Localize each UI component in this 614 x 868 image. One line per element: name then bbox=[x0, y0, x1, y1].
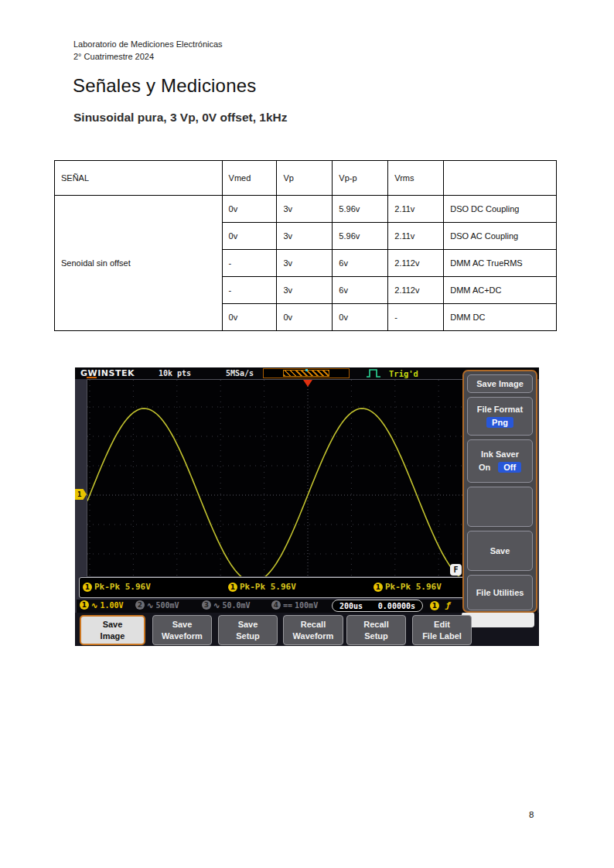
trigger-channel-badge: 1 bbox=[430, 601, 439, 610]
volts-per-div: 100mV bbox=[295, 601, 318, 610]
page-number: 8 bbox=[529, 810, 534, 819]
cell-vp: 3v bbox=[277, 277, 333, 304]
oscilloscope-screenshot: GWINSTEK 10k pts 5MSa/s Trig'd F 1 1 Pk-… bbox=[75, 367, 539, 646]
cell-vmed: - bbox=[222, 250, 277, 277]
measurement-value: Pk-Pk 5.96V bbox=[240, 582, 296, 592]
cell-vmed: 0v bbox=[222, 196, 277, 223]
cell-vrms: 2.112v bbox=[388, 277, 444, 304]
file-format-button[interactable]: File Format Png bbox=[467, 397, 533, 436]
save-image-side-menu: Save Image File Format Png Ink Saver On … bbox=[462, 370, 537, 613]
col-header-senal: SEÑAL bbox=[55, 161, 223, 196]
channel1-badge: 1 bbox=[83, 583, 92, 592]
col-header-vrms: Vrms bbox=[388, 161, 444, 196]
channel1-status: 1 ∿ 1.00V bbox=[80, 600, 124, 610]
sine-waveform bbox=[87, 380, 526, 577]
cell-vrms: 2.112v bbox=[388, 250, 444, 277]
file-format-value-chip: Png bbox=[486, 417, 513, 428]
cell-vp: 3v bbox=[277, 250, 333, 277]
save-button[interactable]: Save bbox=[467, 531, 533, 571]
cell-method: DMM AC TrueRMS bbox=[444, 250, 557, 277]
softkey-save-setup[interactable]: Save Setup bbox=[218, 615, 278, 645]
softkey-label: Image bbox=[81, 630, 144, 641]
trigger-edge-icon bbox=[366, 368, 383, 378]
softkey-label: Recall bbox=[347, 619, 405, 630]
col-header-method bbox=[444, 161, 557, 196]
softkey-label: Save bbox=[81, 619, 144, 630]
softkey-label: Edit bbox=[413, 619, 471, 630]
cell-vpp: 5.96v bbox=[333, 223, 388, 250]
cell-vrms: 2.11v bbox=[388, 223, 444, 250]
trigger-source-readout: 1 ƒ bbox=[430, 600, 451, 610]
sample-rate: 5MSa/s bbox=[226, 369, 254, 378]
cell-method: DSO AC Coupling bbox=[444, 223, 557, 250]
measurement-pkpk-2: 1 Pk-Pk 5.96V bbox=[228, 582, 296, 592]
softkey-label: Recall bbox=[284, 619, 343, 630]
softkey-label: Waveform bbox=[284, 630, 343, 641]
cell-vpp: 6v bbox=[333, 277, 388, 304]
coupling-icon: ∿ bbox=[213, 601, 220, 610]
ink-saver-off-option-selected: Off bbox=[498, 462, 521, 473]
channel1-badge: 1 bbox=[228, 583, 237, 592]
logo-accent bbox=[87, 377, 97, 378]
channel1-badge: 1 bbox=[374, 583, 383, 592]
document-header: Laboratorio de Mediciones Electrónicas 2… bbox=[73, 38, 223, 63]
cell-vp: 0v bbox=[277, 304, 333, 331]
cell-vpp: 5.96v bbox=[333, 196, 388, 223]
menu-title-save-image: Save Image bbox=[467, 374, 533, 393]
memory-bar bbox=[263, 368, 350, 378]
cell-vp: 3v bbox=[277, 196, 333, 223]
file-format-label: File Format bbox=[477, 405, 523, 414]
channel2-status: 2 ∿ 500mV bbox=[135, 600, 179, 610]
trigger-edge-glyph: ƒ bbox=[445, 600, 451, 610]
col-header-vpp: Vp-p bbox=[333, 161, 388, 196]
fine-indicator-badge: F bbox=[450, 564, 462, 576]
cell-vrms: - bbox=[388, 304, 444, 331]
softkey-label: Save bbox=[219, 619, 277, 630]
cell-vp: 3v bbox=[277, 223, 333, 250]
memory-trigger-tick bbox=[305, 369, 308, 371]
cell-vmed: 0v bbox=[222, 304, 277, 331]
course-name: Laboratorio de Mediciones Electrónicas bbox=[73, 38, 223, 50]
softkey-recall-waveform[interactable]: Recall Waveform bbox=[283, 615, 343, 645]
empty-menu-slot bbox=[467, 487, 533, 527]
menu-backplate bbox=[462, 612, 534, 627]
channel1-badge: 1 bbox=[80, 600, 89, 610]
softkey-recall-setup[interactable]: Recall Setup bbox=[346, 615, 406, 645]
volts-per-div: 50.0mV bbox=[222, 601, 250, 610]
measurement-pkpk-3: 1 Pk-Pk 5.96V bbox=[374, 582, 442, 592]
col-header-vmed: Vmed bbox=[222, 161, 277, 196]
softkey-label: Setup bbox=[347, 630, 405, 641]
measurement-bar: 1 Pk-Pk 5.96V 1 Pk-Pk 5.96V 1 Pk-Pk 5.96… bbox=[79, 577, 472, 598]
cell-method: DMM AC+DC bbox=[444, 277, 557, 304]
acquisition-points: 10k pts bbox=[159, 369, 191, 378]
volts-per-div: 500mV bbox=[155, 601, 179, 610]
section-subtitle: Sinusoidal pura, 3 Vp, 0V offset, 1kHz bbox=[73, 111, 287, 125]
trigger-position-marker bbox=[303, 380, 312, 387]
ink-saver-label: Ink Saver bbox=[481, 449, 519, 459]
table-header-row: SEÑAL Vmed Vp Vp-p Vrms bbox=[55, 161, 557, 196]
softkey-edit-file-label[interactable]: Edit File Label bbox=[412, 615, 472, 645]
coupling-icon: == bbox=[283, 601, 292, 610]
term-line: 2° Cuatrimestre 2024 bbox=[73, 50, 223, 63]
channel1-ground-marker: 1 bbox=[75, 489, 87, 500]
coupling-icon: ∿ bbox=[147, 601, 153, 610]
volts-per-div: 1.00V bbox=[100, 601, 123, 610]
cell-vpp: 0v bbox=[333, 304, 388, 331]
softkey-save-waveform[interactable]: Save Waveform bbox=[152, 615, 212, 645]
channel2-badge: 2 bbox=[135, 600, 145, 610]
measurement-value: Pk-Pk 5.96V bbox=[94, 582, 151, 592]
softkey-label: Save bbox=[153, 619, 211, 630]
cell-method: DMM DC bbox=[444, 304, 557, 331]
file-utilities-button[interactable]: File Utilities bbox=[467, 575, 533, 610]
cell-vmed: 0v bbox=[222, 223, 277, 250]
cell-vrms: 2.11v bbox=[388, 196, 444, 223]
signal-label-cell: Senoidal sin offset bbox=[55, 196, 223, 331]
measurement-value: Pk-Pk 5.96V bbox=[385, 582, 442, 592]
coupling-icon: ∿ bbox=[91, 601, 97, 610]
softkey-label: Waveform bbox=[153, 630, 211, 641]
softkey-save-image[interactable]: Save Image bbox=[80, 615, 145, 645]
scope-display bbox=[87, 379, 526, 577]
ink-saver-button[interactable]: Ink Saver On Off bbox=[467, 439, 533, 483]
channel3-status: 3 ∿ 50.0mV bbox=[202, 600, 251, 610]
horizontal-position: 0.00000s bbox=[378, 602, 415, 610]
